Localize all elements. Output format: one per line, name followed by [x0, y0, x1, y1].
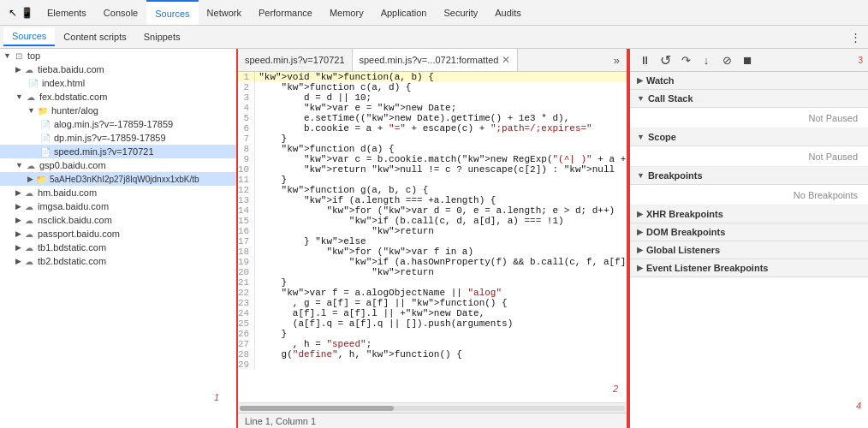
sub-tab-more-btn[interactable]: ⋮ — [843, 27, 868, 47]
line-code[interactable]: } "kw">else — [255, 236, 627, 247]
tab-console[interactable]: Console — [95, 0, 146, 25]
editor-tab-speed-formatted[interactable]: speed.min.js?v=...0721:formatted ✕ — [353, 49, 519, 71]
line-number: 21 — [238, 277, 255, 288]
code-line: 2 "kw">function c(a, d) { — [238, 82, 627, 92]
horizontal-scrollbar[interactable] — [238, 402, 627, 413]
section-header-event-listener[interactable]: ▶ Event Listener Breakpoints — [630, 259, 868, 277]
tree-item-index-html[interactable]: 📄 index.html — [0, 76, 236, 90]
pause-button[interactable]: ⏸ — [635, 51, 654, 68]
section-header-breakpoints[interactable]: ▼ Breakpoints — [630, 167, 868, 185]
line-code[interactable]: , g = a[f] = a[f] || "kw">function() { — [255, 298, 627, 308]
line-code[interactable]: , h = "speed"; — [255, 339, 627, 349]
line-code[interactable]: g("define", h, "kw">function() { — [255, 349, 627, 360]
line-code[interactable]: "kw">return — [255, 267, 627, 277]
tab-network[interactable]: Network — [199, 0, 250, 25]
tree-item-passport[interactable]: ▶ ☁ passport.baidu.com — [0, 227, 236, 241]
line-code[interactable]: "kw">if (a.hasOwnProperty(f) && b.call(c… — [255, 257, 627, 267]
section-header-dom[interactable]: ▶ DOM Breakpoints — [630, 223, 868, 241]
cloud-icon: ☁ — [23, 228, 35, 240]
line-code[interactable]: } — [255, 277, 627, 288]
devtools-icons: ↖ 📱 — [3, 7, 39, 19]
tab-sources[interactable]: Sources — [146, 0, 198, 25]
line-number: 3 — [238, 92, 255, 103]
tree-label: hunter/alog — [51, 105, 98, 116]
tree-item-5aa[interactable]: ▶ 📁 5aAHeD3nKhI2p27j8IqW0jdnxx1xbK/tb — [0, 172, 236, 186]
tree-item-nsclick[interactable]: ▶ ☁ nsclick.baidu.com — [0, 213, 236, 227]
tree-label: top — [27, 51, 40, 61]
tree-item-tb1[interactable]: ▶ ☁ tb1.bdstatic.com — [0, 241, 236, 254]
tree-item-imgsa[interactable]: ▶ ☁ imgsa.baidu.com — [0, 199, 236, 213]
line-code[interactable]: "kw">function c(a, d) { — [255, 82, 627, 92]
scrollbar-thumb[interactable] — [240, 406, 394, 411]
line-number: 5 — [238, 113, 255, 123]
folder-icon: 📁 — [37, 104, 49, 116]
tree-item-fex[interactable]: ▼ ☁ fex.bdstatic.com — [0, 90, 236, 104]
line-code[interactable]: } — [255, 175, 627, 185]
tab-security[interactable]: Security — [435, 0, 486, 25]
line-code[interactable] — [255, 360, 627, 370]
stop-button[interactable]: ⏹ — [738, 51, 757, 68]
tab-elements[interactable]: Elements — [39, 0, 95, 25]
code-line: 21 } — [238, 277, 627, 288]
js-file-icon: 📄 — [39, 146, 51, 158]
step-over-button[interactable]: ↷ — [676, 51, 695, 68]
line-code[interactable]: "kw">if (a.length === +a.length) { — [255, 195, 627, 205]
tree-item-tb2[interactable]: ▶ ☁ tb2.bdstatic.com — [0, 254, 236, 268]
mobile-icon[interactable]: 📱 — [21, 7, 33, 19]
editor-tab-more-btn[interactable]: » — [607, 51, 627, 70]
tree-item-hunter-alog[interactable]: ▼ 📁 hunter/alog — [0, 104, 236, 117]
scrollbar-track[interactable] — [240, 406, 625, 411]
code-line: 17 } "kw">else — [238, 236, 627, 247]
deactivate-button[interactable]: ⊘ — [717, 51, 736, 68]
tree-item-gsp0[interactable]: ▼ ☁ gsp0.baidu.com — [0, 158, 236, 172]
line-code[interactable]: d = d || 10; — [255, 92, 627, 103]
tab-performance[interactable]: Performance — [250, 0, 321, 25]
line-code[interactable]: "kw">function g(a, b, c) { — [255, 185, 627, 195]
line-code[interactable]: b.cookie = a + "=" + escape(c) + ";path=… — [255, 123, 627, 134]
code-line: 25 (a[f].q = a[f].q || []).push(argument… — [238, 318, 627, 329]
cursor-icon[interactable]: ↖ — [9, 7, 17, 19]
line-code[interactable]: (a[f].q = a[f].q || []).push(arguments) — [255, 318, 627, 329]
line-code[interactable]: e.setTime(("kw">new Date).getTime() + 1e… — [255, 113, 627, 123]
sub-tab-sources[interactable]: Sources — [3, 27, 55, 46]
tree-item-speed-min[interactable]: 📄 speed.min.js?v=170721 — [0, 145, 236, 158]
sub-tab-snippets[interactable]: Snippets — [135, 28, 189, 45]
resume-button[interactable]: ↺ — [656, 51, 675, 68]
line-code[interactable]: "kw">var f = a.alogObjectName || "alog" — [255, 288, 627, 298]
line-code[interactable]: "kw">return "kw">null != c ? unescape(c[… — [255, 164, 627, 175]
step-into-button[interactable]: ↓ — [697, 51, 716, 68]
editor-tab-speed-min[interactable]: speed.min.js?v=170721 — [238, 49, 353, 71]
code-editor[interactable]: 1"kw">void "kw">function(a, b) {2 "kw">f… — [238, 72, 627, 402]
line-code[interactable]: "kw">var c = b.cookie.match("kw">new Reg… — [255, 154, 627, 164]
code-line: 18 "kw">for ("kw">var f in a) — [238, 247, 627, 257]
file-tree-panel: ▼ ⊡ top ▶ ☁ tieba.baidu.com 📄 index.html… — [0, 49, 238, 428]
line-code[interactable]: "kw">var e = "kw">new Date; — [255, 103, 627, 113]
line-code[interactable]: "kw">void "kw">function(a, b) { — [255, 72, 627, 82]
tab-memory[interactable]: Memory — [321, 0, 372, 25]
tree-item-hm[interactable]: ▶ ☁ hm.baidu.com — [0, 186, 236, 199]
line-code[interactable]: "kw">function d(a) { — [255, 144, 627, 154]
section-header-watch[interactable]: ▶ Watch — [630, 72, 868, 90]
line-code[interactable]: a[f].l = a[f].l || +"kw">new Date, — [255, 308, 627, 318]
tree-item-top[interactable]: ▼ ⊡ top — [0, 49, 236, 62]
section-header-global-listeners[interactable]: ▶ Global Listeners — [630, 241, 868, 259]
line-code[interactable]: "kw">for ("kw">var f in a) — [255, 247, 627, 257]
section-header-xhr[interactable]: ▶ XHR Breakpoints — [630, 205, 868, 223]
tab-application[interactable]: Application — [372, 0, 436, 25]
tree-item-tieba[interactable]: ▶ ☁ tieba.baidu.com — [0, 62, 236, 76]
debug-toolbar: ⏸ ↺ ↷ ↓ ⊘ ⏹ 3 — [630, 49, 868, 72]
sub-tab-content-scripts[interactable]: Content scripts — [55, 28, 134, 45]
section-header-scope[interactable]: ▼ Scope — [630, 128, 868, 146]
line-code[interactable]: } — [255, 329, 627, 339]
line-code[interactable]: "kw">if (b.call(c, d, a[d], a) === !1) — [255, 216, 627, 226]
tab-audits[interactable]: Audits — [486, 0, 530, 25]
line-code[interactable]: "kw">return — [255, 226, 627, 236]
line-code[interactable]: "kw">for ("kw">var d = 0, e = a.length; … — [255, 205, 627, 216]
tree-item-alog-min[interactable]: 📄 alog.min.js?v=-17859-17859 — [0, 117, 236, 131]
close-tab-icon[interactable]: ✕ — [502, 54, 510, 66]
tree-item-dp-min[interactable]: 📄 dp.min.js?v=-17859-17859 — [0, 131, 236, 145]
sub-tab-bar: Sources Content scripts Snippets ⋮ — [0, 26, 868, 49]
line-code[interactable]: } — [255, 134, 627, 144]
section-header-call-stack[interactable]: ▼ Call Stack — [630, 90, 868, 108]
line-number: 10 — [238, 164, 255, 175]
